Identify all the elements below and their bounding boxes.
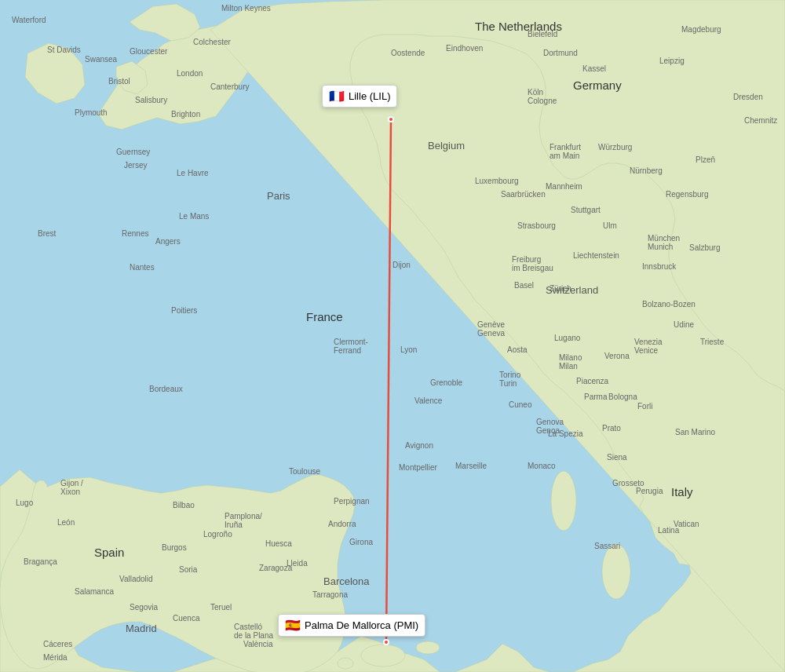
palma-label: Palma De Mallorca (PMI) xyxy=(305,619,418,631)
airport-label-palma: 🇪🇸 Palma De Mallorca (PMI) xyxy=(278,614,425,637)
svg-point-8 xyxy=(361,645,405,667)
svg-point-9 xyxy=(416,641,440,654)
airport-dot-lille xyxy=(388,116,394,122)
map-container: The Netherlands Germany Belgium Luxembou… xyxy=(0,0,785,672)
spain-flag: 🇪🇸 xyxy=(285,618,301,633)
svg-point-11 xyxy=(551,471,576,531)
lille-label: Lille (LIL) xyxy=(349,90,390,102)
airport-dot-palma xyxy=(383,639,389,645)
airport-label-lille: 🇫🇷 Lille (LIL) xyxy=(322,85,397,108)
france-flag: 🇫🇷 xyxy=(329,89,345,104)
svg-point-7 xyxy=(602,544,630,599)
svg-point-10 xyxy=(338,658,353,669)
